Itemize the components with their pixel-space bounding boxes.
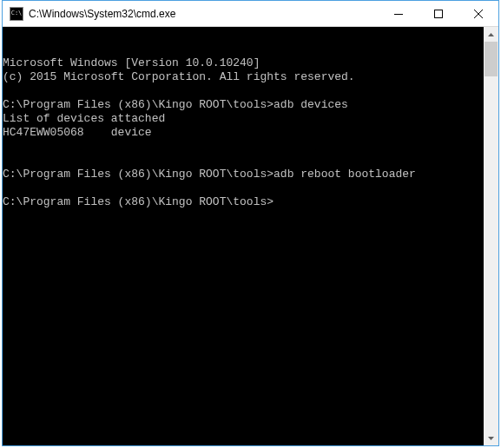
svg-marker-4 [488,33,494,36]
cmd-icon: C:\ [10,7,23,21]
terminal-line [3,181,498,195]
terminal-line: C:\Program Files (x86)\Kingo ROOT\tools> [3,195,498,209]
scroll-up-button[interactable] [484,27,498,42]
terminal-line: (c) 2015 Microsoft Corporation. All righ… [3,70,498,84]
svg-marker-5 [488,437,494,440]
svg-rect-0 [394,14,403,15]
scrollbar-track[interactable] [484,42,498,431]
terminal-line [3,140,498,154]
window-title: C:\Windows\System32\cmd.exe [29,8,379,20]
cmd-window: C:\ C:\Windows\System32\cmd.exe Microsof… [2,0,499,446]
terminal-content: Microsoft Windows [Version 10.0.10240](c… [3,56,498,209]
vertical-scrollbar[interactable] [484,27,498,445]
terminal-line [3,84,498,98]
terminal-line: List of devices attached [3,112,498,126]
terminal-line [3,154,498,168]
terminal-line: C:\Program Files (x86)\Kingo ROOT\tools>… [3,98,498,112]
terminal-area[interactable]: Microsoft Windows [Version 10.0.10240](c… [3,27,498,445]
maximize-button[interactable] [419,1,458,26]
terminal-line: Microsoft Windows [Version 10.0.10240] [3,56,498,70]
scroll-down-button[interactable] [484,431,498,445]
window-controls [379,1,498,26]
svg-rect-1 [435,10,443,17]
titlebar[interactable]: C:\ C:\Windows\System32\cmd.exe [3,1,498,27]
terminal-line: HC47EWW05068 device [3,126,498,140]
close-button[interactable] [458,1,498,26]
terminal-line: C:\Program Files (x86)\Kingo ROOT\tools>… [3,168,498,181]
minimize-button[interactable] [379,1,419,26]
scrollbar-thumb[interactable] [485,42,498,76]
